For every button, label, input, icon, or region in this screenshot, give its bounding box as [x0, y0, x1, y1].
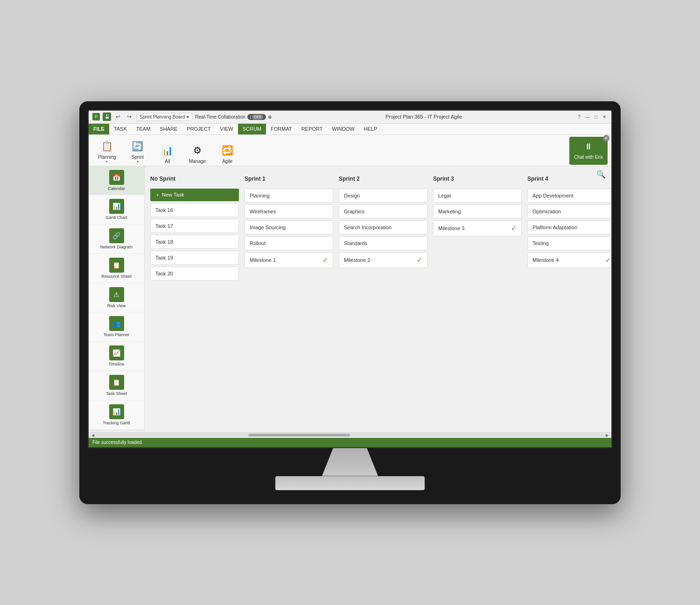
scroll-thumb[interactable] [248, 434, 350, 436]
ribbon-sprint[interactable]: 🔄 Sprint ▾ [124, 137, 152, 166]
menu-file[interactable]: FILE [89, 124, 109, 134]
menu-share[interactable]: SHARE [155, 124, 182, 134]
status-bar: File successfully loaded. [89, 438, 611, 447]
task-card[interactable]: Optimization [527, 204, 611, 218]
ribbon-agile[interactable]: 🔁 Agile [213, 141, 241, 166]
sidebar-item-tracking-gantt[interactable]: 📊 Tracking Gantt [89, 401, 144, 430]
task-card[interactable]: Graphics [339, 204, 427, 218]
task-name: Task 16 [155, 207, 173, 213]
menu-report[interactable]: REPORT [297, 124, 328, 134]
status-message: File successfully loaded. [92, 440, 143, 445]
task-card[interactable]: Marketing [433, 204, 522, 218]
horizontal-scrollbar[interactable]: ◀ ▶ [89, 432, 611, 438]
task-card[interactable]: Platform Adaptation [527, 220, 611, 234]
milestone-card[interactable]: Milestone 1 ✓ [245, 252, 333, 268]
redo-button[interactable]: ↪ [125, 113, 133, 121]
menu-view[interactable]: VIEW [216, 124, 238, 134]
sidebar-item-timeline[interactable]: 📈 Timeline [89, 342, 144, 371]
maximize-button[interactable]: □ [593, 113, 599, 120]
monitor: P 💾 ↩ ↪ Sprint Planning Board ▾ Real-Tim… [79, 101, 621, 504]
new-task-button[interactable]: ＋ New Task [150, 189, 239, 201]
task-name: Testing [532, 240, 549, 246]
column-sprint-3: Sprint 3 Legal Marketing Milestone 3 ✓ [433, 176, 522, 282]
risk-view-icon: ⚠ [109, 287, 124, 302]
column-header-sprint-2: Sprint 2 [339, 176, 427, 184]
sidebar-label-team-planner: Team Planner [104, 332, 130, 338]
sidebar-label-timeline: Timeline [109, 362, 125, 367]
chat-erix-button[interactable]: ✕ ⏸ Chat with Erix [569, 137, 608, 165]
view-dropdown-label: Sprint Planning Board [140, 114, 185, 120]
sidebar-item-network-diagram[interactable]: 🔗 Network Diagram [89, 225, 144, 254]
sidebar-item-task-sheet[interactable]: 📋 Task Sheet [89, 371, 144, 401]
column-header-sprint-1: Sprint 1 [245, 176, 333, 184]
milestone-name: Milestone 3 [438, 225, 464, 231]
milestone-card[interactable]: Milestone 2 ✓ [339, 252, 427, 268]
window-title: Project Plan 365 - IT Project Agile [385, 114, 462, 120]
close-button[interactable]: ✕ [601, 113, 608, 120]
collab-toggle[interactable]: | OFF [247, 114, 266, 120]
scroll-right-arrow[interactable]: ▶ [605, 433, 609, 437]
main-layout: 📅 Calendar 📊 Gantt Chart 🔗 Network Diagr… [89, 166, 611, 432]
menu-format[interactable]: FORMAT [266, 124, 297, 134]
task-card[interactable]: Standards [339, 236, 427, 250]
collab-label: Real-Time Collaboration [195, 114, 245, 120]
ribbon-sprint-more: ▾ [137, 160, 139, 164]
search-icon[interactable]: 🔍 [596, 170, 606, 179]
scroll-track[interactable] [95, 434, 605, 436]
sidebar-label-risk-view: Risk View [107, 303, 126, 309]
ribbon-all[interactable]: 📊 All [154, 141, 182, 166]
timeline-icon: 📈 [109, 345, 124, 360]
task-name: Design [344, 193, 360, 198]
settings-icon[interactable]: ⊕ [268, 114, 272, 120]
milestone-card[interactable]: Milestone 4 ✓ [527, 252, 611, 268]
save-button[interactable]: 💾 [103, 113, 111, 121]
menu-scrum[interactable]: SCRUM [238, 124, 266, 134]
task-card[interactable]: Design [339, 189, 427, 203]
sidebar-item-risk-view[interactable]: ⚠ Risk View [89, 283, 144, 313]
scroll-left-arrow[interactable]: ◀ [91, 433, 95, 437]
minimize-button[interactable]: — [584, 113, 591, 120]
ribbon-all-label: All [165, 159, 170, 164]
title-bar: P 💾 ↩ ↪ Sprint Planning Board ▾ Real-Tim… [89, 111, 611, 124]
help-button[interactable]: ? [576, 113, 582, 120]
task-card[interactable]: Task 16 [150, 203, 239, 217]
task-card[interactable]: Rollout [245, 236, 333, 250]
sidebar-label-tracking-gantt: Tracking Gantt [103, 421, 130, 426]
planning-icon: 📋 [99, 139, 114, 154]
ribbon-planning-more: ▾ [106, 160, 108, 164]
task-card[interactable]: Task 18 [150, 235, 239, 249]
chat-close-button[interactable]: ✕ [603, 135, 609, 141]
task-card[interactable]: Testing [527, 236, 611, 250]
ribbon-planning-label: Planning [98, 155, 116, 160]
task-card[interactable]: App Development [527, 189, 611, 203]
task-card[interactable]: Task 19 [150, 251, 239, 265]
menu-task[interactable]: TASK [109, 124, 132, 134]
undo-button[interactable]: ↩ [114, 113, 122, 121]
task-card[interactable]: Task 20 [150, 267, 239, 281]
task-name: Graphics [344, 209, 364, 214]
menu-window[interactable]: WINDOW [327, 124, 359, 134]
task-card[interactable]: Search Incorporation [339, 220, 427, 234]
task-card[interactable]: Wireframes [245, 204, 333, 218]
title-bar-left: P 💾 ↩ ↪ Sprint Planning Board ▾ Real-Tim… [92, 113, 272, 121]
ribbon-manage[interactable]: ⚙ Manage [183, 141, 211, 166]
task-name: Rollout [250, 240, 266, 246]
sidebar-item-team-planner[interactable]: 👥 Team Planner [89, 312, 144, 342]
ribbon-planning[interactable]: 📋 Planning ▾ [92, 137, 122, 166]
sidebar-item-resource-sheet[interactable]: 📋 Resource Sheet [89, 254, 144, 283]
menu-project[interactable]: PROJECT [182, 124, 215, 134]
sidebar-item-gantt-chart[interactable]: 📊 Gantt Chart [89, 195, 144, 225]
calendar-icon: 📅 [109, 170, 124, 185]
task-card[interactable]: Planning [245, 189, 333, 203]
task-card[interactable]: Image Sourcing [245, 220, 333, 234]
task-card[interactable]: Legal [433, 189, 522, 203]
task-card[interactable]: Task 17 [150, 219, 239, 233]
sidebar-item-calendar[interactable]: 📅 Calendar [89, 166, 144, 196]
resource-sheet-icon: 📋 [109, 258, 124, 273]
milestone-check-icon: ✓ [322, 256, 328, 264]
menu-team[interactable]: TEAM [132, 124, 155, 134]
milestone-card[interactable]: Milestone 3 ✓ [433, 220, 522, 236]
ribbon-sprint-label: Sprint [132, 155, 144, 160]
menu-help[interactable]: HELP [359, 124, 382, 134]
view-dropdown[interactable]: Sprint Planning Board ▾ [136, 113, 192, 121]
